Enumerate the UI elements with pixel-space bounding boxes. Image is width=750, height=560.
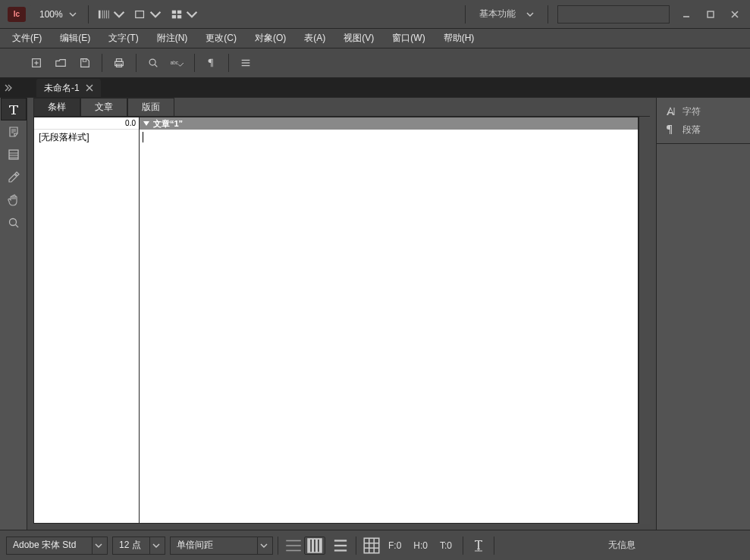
menu-table[interactable]: 表(A) bbox=[295, 29, 334, 48]
note-tool-icon bbox=[7, 125, 20, 139]
save-icon bbox=[79, 57, 91, 69]
arrange-button[interactable] bbox=[166, 5, 202, 24]
subtab-layout[interactable]: 版面 bbox=[127, 98, 174, 116]
workspace-switcher[interactable]: 基本功能 bbox=[470, 2, 543, 27]
search-input[interactable] bbox=[557, 5, 670, 23]
svg-line-20 bbox=[155, 64, 157, 67]
menu-edit[interactable]: 编辑(E) bbox=[51, 29, 99, 48]
stat-h: H:0 bbox=[407, 540, 434, 551]
menu-notes[interactable]: 附注(N) bbox=[148, 29, 197, 48]
menu-view[interactable]: 视图(V) bbox=[334, 29, 383, 48]
chevron-down-icon bbox=[152, 542, 160, 549]
open-button[interactable] bbox=[49, 51, 73, 75]
window-close-button[interactable] bbox=[723, 5, 747, 23]
show-hidden-button[interactable] bbox=[199, 51, 224, 75]
main-row: 条样 文章 版面 0.0 [无段落样式] 文章“1” bbox=[0, 98, 750, 530]
story-header[interactable]: 文章“1” bbox=[140, 117, 638, 130]
save-button[interactable] bbox=[73, 51, 97, 75]
zoom-tool[interactable] bbox=[1, 211, 27, 234]
menubar: 文件(F) 编辑(E) 文字(T) 附注(N) 更改(C) 对象(O) 表(A)… bbox=[0, 29, 750, 48]
lines-icon bbox=[240, 57, 252, 69]
vertical-scrollbar[interactable] bbox=[639, 117, 650, 524]
chevron-down-icon bbox=[260, 542, 268, 549]
app-badge: Ic bbox=[8, 7, 26, 22]
svg-rect-7 bbox=[177, 10, 181, 13]
workspace-label: 基本功能 bbox=[479, 8, 516, 20]
chevron-down-icon bbox=[95, 542, 102, 549]
screen-mode-button[interactable] bbox=[93, 5, 130, 24]
separator bbox=[278, 537, 278, 555]
window-minimize-button[interactable] bbox=[674, 5, 698, 23]
separator bbox=[136, 54, 137, 72]
zoom-value: 100% bbox=[39, 9, 63, 20]
font-size-select[interactable]: 12 点 bbox=[112, 537, 165, 555]
spellcheck-button[interactable]: abc bbox=[165, 51, 190, 75]
left-toolbox bbox=[0, 98, 27, 530]
stats-button[interactable] bbox=[361, 537, 382, 555]
leading-select[interactable]: 单倍间距 bbox=[170, 537, 273, 555]
panel-paragraph[interactable]: 段落 bbox=[657, 120, 750, 139]
horizontal-view-icon bbox=[284, 536, 303, 555]
separator bbox=[494, 537, 494, 555]
find-icon bbox=[147, 57, 159, 69]
separator bbox=[463, 537, 463, 555]
vertical-view-icon bbox=[305, 536, 325, 555]
view-mode-button[interactable] bbox=[234, 51, 258, 75]
new-button[interactable] bbox=[24, 51, 49, 75]
svg-line-33 bbox=[15, 225, 18, 228]
paragraph-lines-button[interactable] bbox=[330, 537, 351, 555]
story-title: 文章“1” bbox=[153, 118, 183, 130]
story-body[interactable] bbox=[140, 130, 638, 523]
expand-toolbox-button[interactable] bbox=[0, 78, 15, 98]
eyedropper-tool[interactable] bbox=[1, 166, 27, 189]
position-tool-icon bbox=[7, 148, 20, 161]
subtab-story[interactable]: 文章 bbox=[80, 98, 127, 116]
font-family-select[interactable]: Adobe 宋体 Std bbox=[6, 537, 108, 555]
text-caret bbox=[143, 132, 143, 142]
menu-object[interactable]: 对象(O) bbox=[246, 29, 295, 48]
right-panel-dock: 字符 段落 bbox=[656, 98, 750, 530]
font-family-value: Adobe 宋体 Std bbox=[13, 539, 76, 552]
status-info: 无信息 bbox=[499, 539, 744, 552]
minimize-icon bbox=[682, 10, 691, 19]
print-button[interactable] bbox=[107, 51, 131, 75]
spellcheck-icon: abc bbox=[170, 57, 185, 69]
center-panel: 条样 文章 版面 0.0 [无段落样式] 文章“1” bbox=[27, 98, 656, 530]
depth-ruler-icon bbox=[472, 538, 485, 553]
separator bbox=[194, 54, 195, 72]
horizontal-view-button[interactable] bbox=[283, 537, 304, 555]
eyedropper-icon bbox=[7, 171, 20, 184]
menu-window[interactable]: 窗口(W) bbox=[383, 29, 434, 48]
close-tab-icon[interactable] bbox=[86, 84, 93, 92]
hand-tool[interactable] bbox=[1, 189, 27, 211]
zoom-select[interactable]: 100% bbox=[30, 5, 83, 24]
menu-help[interactable]: 帮助(H) bbox=[435, 29, 484, 48]
separator bbox=[465, 5, 466, 23]
document-tab[interactable]: 未命名-1 bbox=[36, 79, 101, 97]
depth-ruler-button[interactable] bbox=[468, 537, 489, 555]
chevron-down-icon bbox=[149, 8, 162, 20]
find-button[interactable] bbox=[141, 51, 165, 75]
subtab-styles[interactable]: 条样 bbox=[33, 98, 80, 116]
separator bbox=[548, 5, 548, 23]
vertical-view-button[interactable] bbox=[304, 537, 325, 555]
note-tool[interactable] bbox=[1, 120, 27, 143]
panel-character[interactable]: 字符 bbox=[657, 102, 750, 120]
menu-changes[interactable]: 更改(C) bbox=[196, 29, 246, 48]
menu-text[interactable]: 文字(T) bbox=[99, 29, 147, 48]
maximize-icon bbox=[706, 10, 715, 19]
position-tool[interactable] bbox=[1, 143, 27, 166]
type-tool[interactable] bbox=[1, 98, 27, 120]
style-item[interactable]: [无段落样式] bbox=[34, 130, 139, 145]
view-options-button[interactable] bbox=[130, 5, 166, 24]
separator bbox=[102, 54, 102, 72]
menu-file[interactable]: 文件(F) bbox=[3, 29, 51, 48]
grid-icon bbox=[362, 536, 381, 555]
workarea: 0.0 [无段落样式] 文章“1” bbox=[33, 116, 650, 524]
chevron-down-icon bbox=[69, 11, 77, 18]
styles-header: 0.0 bbox=[34, 117, 139, 130]
svg-rect-45 bbox=[364, 538, 379, 553]
window-maximize-button[interactable] bbox=[698, 5, 723, 23]
leading-value: 单倍间距 bbox=[177, 539, 213, 552]
svg-text:abc: abc bbox=[171, 60, 179, 65]
